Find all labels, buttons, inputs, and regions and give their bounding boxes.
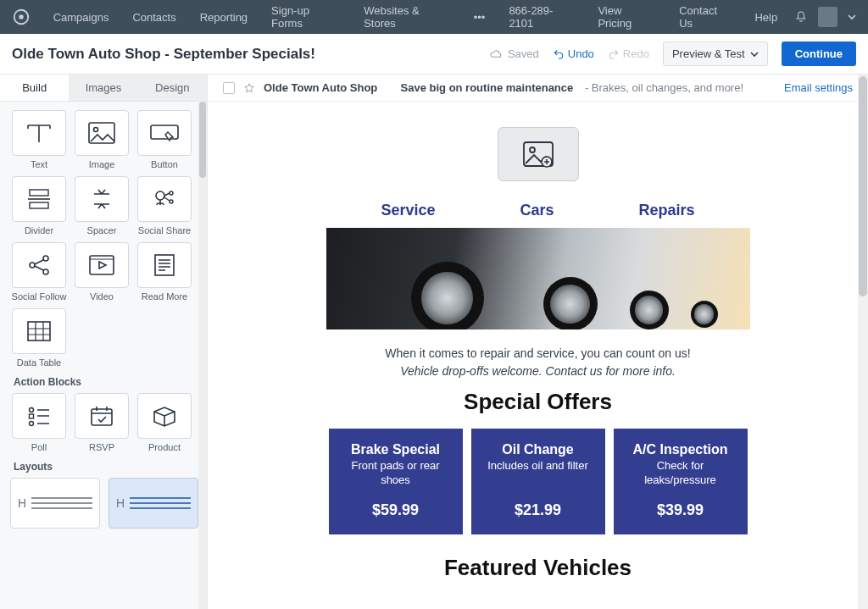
nav-link-service[interactable]: Service bbox=[381, 202, 435, 219]
image-icon bbox=[87, 121, 116, 145]
left-scrollbar-thumb[interactable] bbox=[199, 102, 206, 178]
svg-rect-14 bbox=[155, 255, 174, 275]
block-image[interactable]: Image bbox=[73, 110, 131, 169]
email-preview-row: Olde Town Auto Shop Save big on routine … bbox=[208, 75, 868, 102]
nav-contacts[interactable]: Contacts bbox=[120, 0, 187, 34]
nav-help[interactable]: Help bbox=[743, 0, 789, 34]
account-menu-caret-icon[interactable] bbox=[848, 13, 856, 21]
svg-rect-5 bbox=[30, 190, 48, 196]
continue-button[interactable]: Continue bbox=[782, 42, 856, 66]
email-subject: Save big on routine maintenance bbox=[401, 81, 574, 94]
image-placeholder[interactable] bbox=[498, 127, 579, 181]
svg-point-8 bbox=[170, 191, 173, 195]
canvas-panel: Olde Town Auto Shop Save big on routine … bbox=[208, 75, 868, 609]
svg-rect-13 bbox=[90, 256, 114, 274]
block-data-table[interactable]: Data Table bbox=[10, 308, 68, 368]
svg-point-12 bbox=[43, 269, 48, 274]
block-poll[interactable]: Poll bbox=[10, 393, 68, 452]
svg-point-21 bbox=[530, 147, 535, 152]
top-nav: Campaigns Contacts Reporting Sign-up For… bbox=[0, 0, 868, 34]
offer-card[interactable]: Oil Change Includes oil and filter $21.9… bbox=[471, 429, 605, 534]
email-preview-text: - Brakes, oil changes, and more! bbox=[581, 81, 743, 94]
block-social-follow[interactable]: Social Follow bbox=[10, 242, 68, 302]
offer-card[interactable]: A/C Inspection Check for leaks/pressure … bbox=[614, 429, 748, 534]
nav-signup-forms[interactable]: Sign-up Forms bbox=[259, 0, 352, 34]
block-rsvp[interactable]: RSVP bbox=[73, 393, 131, 452]
block-social-share[interactable]: Social Share bbox=[136, 176, 193, 235]
svg-rect-19 bbox=[92, 409, 112, 425]
tab-images[interactable]: Images bbox=[69, 75, 137, 101]
chevron-down-icon bbox=[750, 50, 759, 58]
intro-text[interactable]: When it comes to repair and service, you… bbox=[208, 345, 868, 380]
brand-logo-icon[interactable] bbox=[10, 5, 33, 29]
block-divider[interactable]: Divider bbox=[10, 176, 68, 235]
star-icon[interactable] bbox=[243, 82, 255, 94]
nav-campaigns[interactable]: Campaigns bbox=[42, 0, 121, 34]
block-product[interactable]: Product bbox=[136, 393, 193, 452]
svg-rect-15 bbox=[28, 322, 50, 340]
layout-option-2[interactable]: H bbox=[108, 478, 198, 529]
left-tabs: Build Images Design bbox=[0, 75, 207, 102]
main: Build Images Design Text Image Butto bbox=[0, 75, 868, 609]
calendar-icon bbox=[88, 404, 115, 428]
canvas-scrollbar-thumb[interactable] bbox=[859, 76, 867, 296]
svg-point-1 bbox=[19, 14, 25, 19]
email-canvas[interactable]: Service Cars Repairs When it comes to re… bbox=[208, 102, 868, 581]
svg-rect-4 bbox=[151, 125, 178, 139]
special-offers-heading[interactable]: Special Offers bbox=[208, 389, 868, 415]
saved-status: Saved bbox=[489, 47, 539, 61]
spacer-icon bbox=[89, 186, 114, 212]
section-layouts: Layouts bbox=[10, 452, 198, 478]
nav-more-icon[interactable]: ••• bbox=[462, 0, 498, 34]
poll-icon bbox=[25, 404, 53, 428]
nav-reporting[interactable]: Reporting bbox=[188, 0, 259, 34]
featured-vehicles-heading[interactable]: Featured Vehicles bbox=[208, 555, 868, 581]
nav-pricing[interactable]: View Pricing bbox=[586, 0, 667, 34]
block-text[interactable]: Text bbox=[10, 110, 68, 169]
hero-image[interactable] bbox=[326, 228, 750, 329]
svg-point-9 bbox=[170, 200, 173, 203]
svg-point-3 bbox=[94, 128, 98, 132]
tab-build[interactable]: Build bbox=[0, 75, 69, 101]
preview-test-button[interactable]: Preview & Test bbox=[663, 42, 768, 66]
svg-point-10 bbox=[30, 263, 35, 268]
layout-option-1[interactable]: H bbox=[10, 478, 100, 529]
block-button[interactable]: Button bbox=[136, 110, 193, 169]
notifications-icon[interactable] bbox=[794, 10, 808, 24]
tab-design[interactable]: Design bbox=[138, 75, 207, 101]
block-video[interactable]: Video bbox=[73, 242, 131, 302]
nav-phone: 866-289-2101 bbox=[497, 0, 586, 34]
redo-icon bbox=[608, 48, 620, 60]
left-panel: Build Images Design Text Image Butto bbox=[0, 75, 208, 609]
subheader: Olde Town Auto Shop - September Specials… bbox=[0, 34, 868, 75]
select-checkbox[interactable] bbox=[223, 82, 235, 94]
email-from: Olde Town Auto Shop bbox=[264, 81, 377, 94]
section-action-blocks: Action Blocks bbox=[10, 368, 198, 393]
undo-icon bbox=[553, 48, 565, 60]
nav-websites-stores[interactable]: Websites & Stores bbox=[352, 0, 462, 34]
svg-rect-6 bbox=[30, 202, 48, 208]
email-settings-link[interactable]: Email settings bbox=[784, 81, 853, 94]
button-icon bbox=[149, 122, 180, 144]
avatar[interactable] bbox=[818, 7, 837, 27]
page-title: Olde Town Auto Shop - September Specials… bbox=[12, 46, 315, 63]
redo-button: Redo bbox=[608, 47, 649, 60]
block-spacer[interactable]: Spacer bbox=[73, 176, 131, 235]
svg-point-18 bbox=[30, 422, 34, 426]
nav-contact[interactable]: Contact Us bbox=[667, 0, 743, 34]
undo-button[interactable]: Undo bbox=[553, 47, 594, 60]
email-nav-links: Service Cars Repairs bbox=[208, 202, 868, 219]
divider-icon bbox=[25, 187, 53, 211]
offer-card[interactable]: Brake Special Front pads or rear shoes $… bbox=[329, 429, 463, 534]
image-add-icon bbox=[521, 140, 555, 169]
offers-row: Brake Special Front pads or rear shoes $… bbox=[208, 429, 868, 534]
svg-point-11 bbox=[43, 256, 48, 261]
package-icon bbox=[151, 404, 178, 428]
svg-point-7 bbox=[156, 191, 164, 200]
social-share-icon bbox=[151, 186, 178, 212]
block-read-more[interactable]: Read More bbox=[136, 242, 193, 302]
nav-link-repairs[interactable]: Repairs bbox=[639, 202, 695, 219]
svg-point-16 bbox=[30, 408, 34, 412]
social-follow-icon bbox=[25, 252, 53, 278]
nav-link-cars[interactable]: Cars bbox=[520, 202, 554, 219]
